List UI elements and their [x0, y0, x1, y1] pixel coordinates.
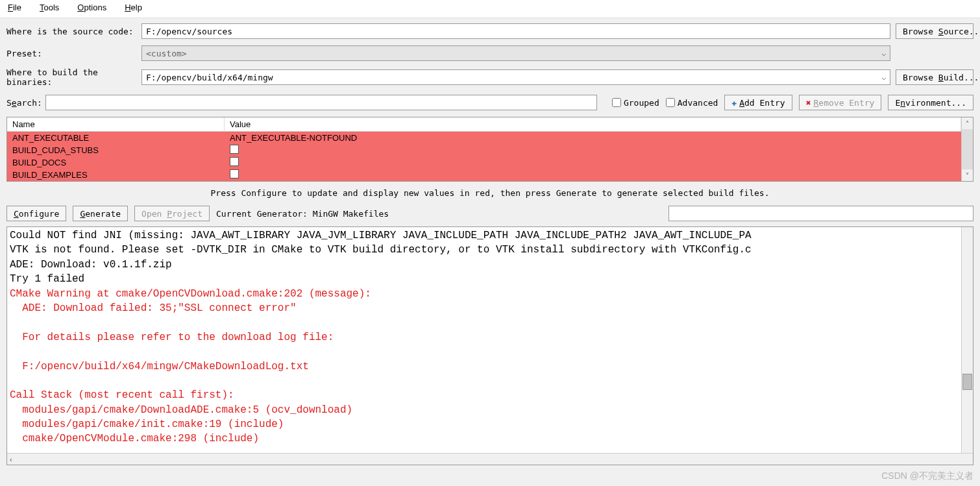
configure-button[interactable]: Configure: [6, 206, 66, 221]
menu-file[interactable]: File: [8, 3, 21, 12]
search-label: Search:: [6, 98, 39, 108]
output-hscrollbar[interactable]: ‹: [7, 453, 973, 465]
add-entry-button[interactable]: ✚Add Entry: [724, 95, 792, 110]
table-row[interactable]: BUILD_CUDA_STUBS: [7, 144, 961, 156]
search-row: Search: Grouped Advanced ✚Add Entry ✖Rem…: [0, 95, 980, 117]
environment-button[interactable]: Environment...: [888, 95, 974, 110]
output-line: [10, 374, 970, 388]
checkbox-icon[interactable]: [230, 145, 239, 154]
menu-options[interactable]: Options: [77, 3, 106, 12]
output-line: For details please refer to the download…: [10, 330, 970, 345]
action-row: Configure Generate Open Project Current …: [0, 206, 980, 226]
cache-table: Name Value ANT_EXECUTABLEANT_EXECUTABLE-…: [6, 117, 974, 182]
cache-entry-name: BUILD_EXAMPLES: [7, 170, 225, 180]
output-line: ADE: Download failed: 35;"SSL connect er…: [10, 301, 970, 315]
scroll-down-icon[interactable]: ˅: [962, 169, 973, 181]
output-text[interactable]: Could NOT find JNI (missing: JAVA_AWT_LI…: [7, 227, 973, 453]
plus-icon: ✚: [731, 98, 737, 108]
cache-entry-name: BUILD_DOCS: [7, 158, 225, 167]
checkbox-icon[interactable]: [230, 169, 239, 178]
cache-entry-name: ANT_EXECUTABLE: [7, 133, 225, 143]
source-label: Where is the source code:: [6, 27, 136, 36]
browse-build-button[interactable]: Browse Build...: [896, 69, 974, 85]
menubar: File Tools Options Help: [0, 0, 980, 18]
output-line: [10, 315, 970, 330]
output-pane: Could NOT find JNI (missing: JAVA_AWT_LI…: [6, 226, 974, 465]
advanced-checkbox[interactable]: Advanced: [666, 98, 718, 108]
menu-help[interactable]: Help: [125, 3, 142, 12]
build-path-combo[interactable]: F:/opencv/build/x64/mingw: [141, 69, 890, 85]
cache-entry-value[interactable]: [225, 169, 961, 180]
minus-icon: ✖: [806, 98, 811, 108]
output-line: F:/opencv/build/x64/mingw/CMakeDownloadL…: [10, 359, 970, 374]
preset-label: Preset:: [6, 49, 136, 58]
form-area: Where is the source code: Browse Source.…: [0, 18, 980, 95]
output-line: CMake Warning at cmake/OpenCVDownload.cm…: [10, 287, 970, 301]
output-line: ADE: Download: v0.1.1f.zip: [10, 258, 970, 272]
generator-label: Current Generator: MinGW Makefiles: [216, 209, 389, 219]
scroll-up-icon[interactable]: ˄: [962, 117, 973, 129]
output-vscrollbar[interactable]: [961, 227, 973, 453]
header-value[interactable]: Value: [225, 117, 961, 131]
cache-scrollbar[interactable]: ˄ ˅: [961, 117, 973, 181]
cache-header: Name Value: [7, 117, 961, 132]
cache-entry-value[interactable]: [225, 157, 961, 168]
grouped-checkbox[interactable]: Grouped: [612, 98, 659, 108]
search-input[interactable]: [45, 95, 597, 110]
cache-entry-name: BUILD_CUDA_STUBS: [7, 145, 225, 155]
hint-text: Press Configure to update and display ne…: [0, 182, 980, 206]
checkbox-icon[interactable]: [230, 157, 239, 166]
output-line: modules/gapi/cmake/DownloadADE.cmake:5 (…: [10, 403, 970, 417]
output-line: Could NOT find JNI (missing: JAVA_AWT_LI…: [10, 228, 970, 243]
table-row[interactable]: BUILD_DOCS: [7, 156, 961, 169]
menu-tools[interactable]: Tools: [40, 3, 59, 12]
output-line: cmake/OpenCVModule.cmake:298 (include): [10, 431, 970, 446]
output-line: Try 1 failed: [10, 272, 970, 286]
progress-bar: [668, 206, 974, 221]
output-line: VTK is not found. Please set -DVTK_DIR i…: [10, 243, 970, 257]
build-label: Where to build the binaries:: [6, 67, 136, 87]
browse-source-button[interactable]: Browse Source...: [896, 23, 974, 39]
table-row[interactable]: ANT_EXECUTABLEANT_EXECUTABLE-NOTFOUND: [7, 132, 961, 144]
output-line: modules/gapi/cmake/init.cmake:19 (includ…: [10, 417, 970, 431]
preset-combo[interactable]: <custom>: [141, 45, 890, 61]
cache-entry-value[interactable]: [225, 145, 961, 156]
header-name[interactable]: Name: [7, 117, 225, 131]
open-project-button[interactable]: Open Project: [134, 206, 210, 221]
output-line: [10, 345, 970, 359]
remove-entry-button[interactable]: ✖Remove Entry: [799, 95, 882, 110]
output-line: Call Stack (most recent call first):: [10, 388, 970, 402]
cache-entry-value[interactable]: ANT_EXECUTABLE-NOTFOUND: [225, 133, 961, 143]
generate-button[interactable]: Generate: [73, 206, 128, 221]
source-path-input[interactable]: [141, 23, 890, 39]
table-row[interactable]: BUILD_EXAMPLES: [7, 169, 961, 181]
